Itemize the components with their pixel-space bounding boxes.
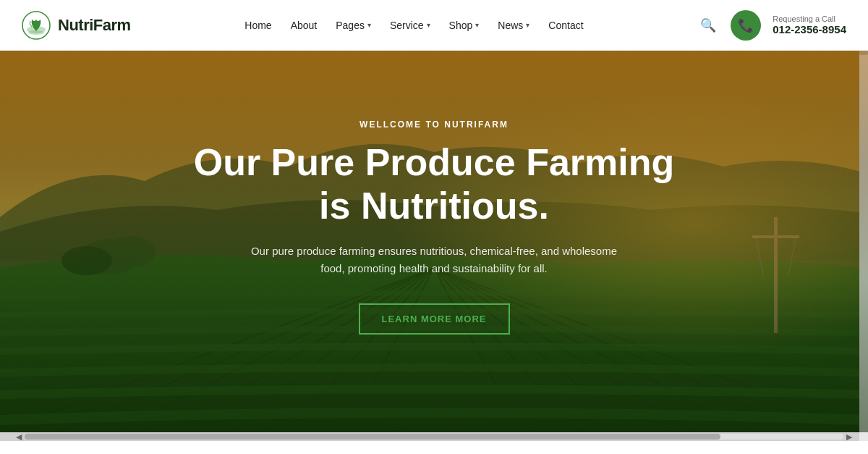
nav-link-about[interactable]: About <box>284 14 325 37</box>
scroll-right-arrow[interactable]: ▶ <box>843 432 855 442</box>
scrollbar-thumb[interactable] <box>25 434 720 440</box>
nav-link-service[interactable]: Service ▾ <box>383 14 438 37</box>
phone-label: Requesting a Call <box>773 14 846 23</box>
nav-item-home[interactable]: Home <box>237 14 278 37</box>
nav-item-about[interactable]: About <box>284 14 325 37</box>
phone-number: 012-2356-8954 <box>773 23 846 35</box>
chevron-down-icon: ▾ <box>427 21 430 29</box>
chevron-down-icon: ▾ <box>526 21 529 29</box>
nav-item-contact[interactable]: Contact <box>541 14 590 37</box>
phone-icon-circle[interactable]: 📞 <box>731 10 761 41</box>
chevron-down-icon: ▾ <box>367 21 371 29</box>
scroll-left-arrow[interactable]: ◀ <box>13 432 25 442</box>
nav-item-pages[interactable]: Pages ▾ <box>328 14 378 37</box>
hero-section: WELLCOME TO NUTRIFARM Our Pure Produce F… <box>0 51 868 432</box>
hero-title: Our Pure Produce Farming is Nutritious. <box>181 141 687 228</box>
nav-links: Home About Pages ▾ Service ▾ <box>237 14 590 37</box>
nav-link-home[interactable]: Home <box>237 14 278 37</box>
search-icon: 🔍 <box>700 18 716 33</box>
hero-tagline: WELLCOME TO NUTRIFARM <box>359 119 509 130</box>
phone-icon: 📞 <box>738 17 754 33</box>
nav-link-contact[interactable]: Contact <box>541 14 590 37</box>
hero-cta-button[interactable]: LEARN MORE MORE <box>359 303 510 335</box>
brand-logo-link[interactable]: NutriFarm <box>22 11 131 40</box>
nav-item-service[interactable]: Service ▾ <box>383 14 438 37</box>
brand-logo-icon <box>22 11 51 40</box>
chevron-down-icon: ▾ <box>475 21 479 29</box>
hero-content: WELLCOME TO NUTRIFARM Our Pure Produce F… <box>0 51 868 432</box>
phone-info: Requesting a Call 012-2356-8954 <box>773 14 846 35</box>
nav-item-shop[interactable]: Shop ▾ <box>442 14 487 37</box>
horizontal-scrollbar[interactable]: ◀ ▶ <box>0 432 868 441</box>
navbar: NutriFarm Home About Pages ▾ <box>0 0 868 51</box>
nav-item-news[interactable]: News ▾ <box>490 14 537 37</box>
svg-point-2 <box>28 30 44 35</box>
hero-subtitle: Our pure produce farming ensures nutriti… <box>246 243 622 277</box>
page-wrapper: NutriFarm Home About Pages ▾ <box>0 0 868 441</box>
navbar-right: 🔍 📞 Requesting a Call 012-2356-8954 <box>697 10 846 41</box>
scrollbar-track[interactable] <box>25 434 843 440</box>
brand-name: NutriFarm <box>58 16 131 35</box>
nav-link-news[interactable]: News ▾ <box>490 14 537 37</box>
nav-link-pages[interactable]: Pages ▾ <box>328 14 378 37</box>
search-button[interactable]: 🔍 <box>697 14 719 36</box>
nav-link-shop[interactable]: Shop ▾ <box>442 14 487 37</box>
